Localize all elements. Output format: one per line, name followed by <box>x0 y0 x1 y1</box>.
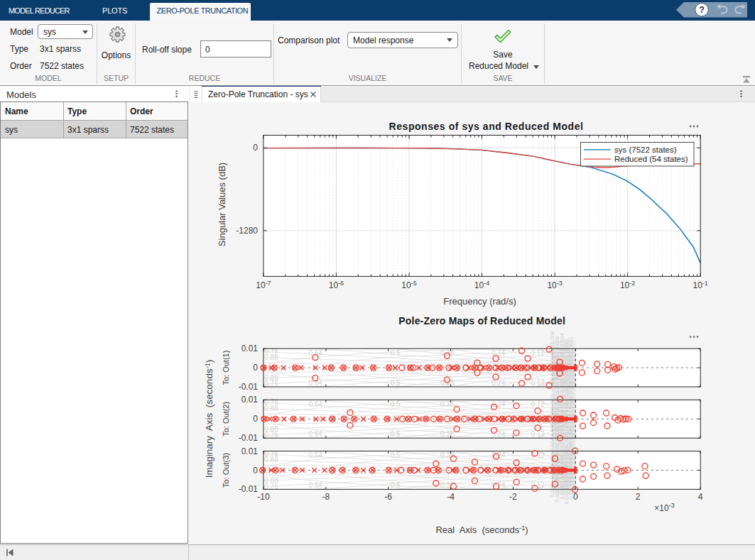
svg-text:0: 0 <box>573 492 578 502</box>
svg-text:0.24: 0.24 <box>491 430 506 438</box>
svg-text:Pole-Zero Maps of Reduced Mode: Pole-Zero Maps of Reduced Model <box>398 315 565 326</box>
svg-text:To: Out(1): To: Out(1) <box>222 351 230 385</box>
svg-text:Reduced (54 states): Reduced (54 states) <box>614 155 688 163</box>
svg-text:0.64: 0.64 <box>308 481 322 489</box>
svg-text:0.38: 0.38 <box>440 481 455 489</box>
svg-text:10-2: 10-2 <box>620 280 635 291</box>
svg-text:To: Out(3): To: Out(3) <box>222 453 230 488</box>
svg-text:10-7: 10-7 <box>256 280 271 291</box>
svg-text:0.01: 0.01 <box>241 446 259 456</box>
svg-text:0.24: 0.24 <box>491 379 506 387</box>
svg-text:0.002: 0.002 <box>567 396 574 410</box>
svg-text:0.64: 0.64 <box>308 451 322 459</box>
svg-text:0.008: 0.008 <box>567 350 574 363</box>
svg-text:0.5: 0.5 <box>391 481 401 489</box>
svg-text:Real Axis (seconds-1): Real Axis (seconds-1) <box>435 525 528 535</box>
svg-text:0.88: 0.88 <box>264 405 278 412</box>
svg-text:0.88: 0.88 <box>264 374 278 382</box>
svg-text:-6: -6 <box>384 492 392 502</box>
svg-text:0.5: 0.5 <box>391 349 401 357</box>
svg-text:4: 4 <box>698 492 703 502</box>
svg-text:-0.01: -0.01 <box>239 484 259 494</box>
svg-text:?: ? <box>699 5 705 15</box>
svg-text:0: 0 <box>253 363 258 373</box>
svg-text:10-5: 10-5 <box>401 280 416 291</box>
svg-text:-1280: -1280 <box>236 226 258 236</box>
svg-text:0: 0 <box>253 143 258 153</box>
svg-text:0.88: 0.88 <box>264 425 278 433</box>
svg-text:-2: -2 <box>509 492 517 502</box>
svg-text:0.5: 0.5 <box>391 400 401 408</box>
svg-text:0.38: 0.38 <box>440 430 455 438</box>
svg-text:0.01: 0.01 <box>567 336 574 347</box>
svg-text:-8: -8 <box>322 492 330 502</box>
svg-text:0.002: 0.002 <box>567 472 574 485</box>
svg-text:0.008: 0.008 <box>567 427 574 440</box>
svg-text:0.88: 0.88 <box>264 456 278 463</box>
svg-text:0.64: 0.64 <box>308 349 322 357</box>
svg-text:0.01: 0.01 <box>241 395 259 405</box>
svg-text:2: 2 <box>636 492 641 502</box>
svg-text:0.12: 0.12 <box>531 481 545 489</box>
svg-text:0.38: 0.38 <box>440 400 455 408</box>
svg-text:-4: -4 <box>447 492 455 502</box>
svg-text:0.5: 0.5 <box>391 451 401 459</box>
svg-text:×10-3: ×10-3 <box>654 502 674 513</box>
svg-text:Frequency (rad/s): Frequency (rad/s) <box>443 296 516 307</box>
svg-text:0.64: 0.64 <box>308 379 322 387</box>
svg-text:0.12: 0.12 <box>531 379 545 387</box>
svg-text:0: 0 <box>253 466 258 476</box>
svg-text:To: Out(2): To: Out(2) <box>222 402 230 437</box>
svg-text:0.88: 0.88 <box>264 476 278 484</box>
svg-text:10-6: 10-6 <box>329 280 344 291</box>
svg-text:0.88: 0.88 <box>264 353 278 361</box>
svg-text:Imaginary Axis (seconds-1): Imaginary Axis (seconds-1) <box>204 360 214 478</box>
svg-text:-0.01: -0.01 <box>239 382 259 392</box>
svg-text:10-4: 10-4 <box>474 280 489 291</box>
svg-text:0.64: 0.64 <box>308 430 322 438</box>
svg-text:0.004: 0.004 <box>567 457 574 471</box>
svg-text:Responses of sys and Reduced M: Responses of sys and Reduced Model <box>389 121 584 132</box>
svg-text:0.5: 0.5 <box>391 379 401 387</box>
svg-text:Singular Values (dB): Singular Values (dB) <box>217 163 227 246</box>
svg-text:0.5: 0.5 <box>391 430 401 438</box>
svg-text:0.12: 0.12 <box>531 349 545 357</box>
svg-text:0: 0 <box>253 414 258 424</box>
svg-text:0.24: 0.24 <box>491 349 506 357</box>
svg-text:sys (7522 states): sys (7522 states) <box>614 146 677 154</box>
svg-text:-0.01: -0.01 <box>239 433 259 443</box>
svg-text:0.38: 0.38 <box>440 451 455 459</box>
svg-text:-10: -10 <box>257 492 270 502</box>
svg-text:10-1: 10-1 <box>693 280 708 291</box>
svg-text:0.64: 0.64 <box>308 400 322 408</box>
svg-text:10-3: 10-3 <box>547 280 562 291</box>
svg-text:0.01: 0.01 <box>241 344 259 353</box>
svg-text:0.12: 0.12 <box>531 400 545 408</box>
